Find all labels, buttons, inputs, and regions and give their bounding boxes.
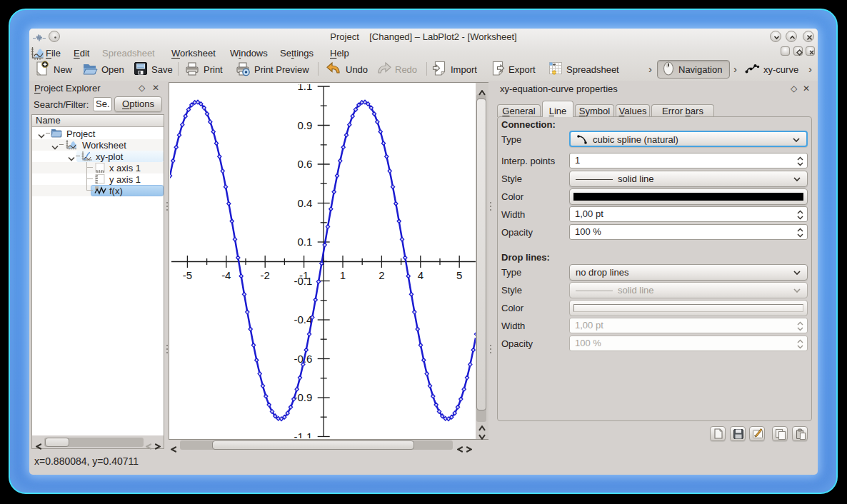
svg-text:0.1: 0.1 [298,236,313,248]
svg-text:5: 5 [456,269,462,281]
svg-text:0.6: 0.6 [298,158,313,170]
svg-text:0.4: 0.4 [298,197,313,209]
svg-text:1: 1 [340,269,346,281]
svg-text:-0.4: -0.4 [294,313,313,326]
svg-text:-5: -5 [183,269,192,281]
svg-text:-4: -4 [221,269,231,281]
svg-text:-1.1: -1.1 [294,430,313,438]
svg-text:2: 2 [379,269,384,281]
svg-text:0.9: 0.9 [298,119,313,131]
svg-text:4: 4 [418,269,424,281]
svg-text:-2: -2 [261,269,270,281]
svg-text:1.1: 1.1 [298,84,313,92]
svg-text:-0.1: -0.1 [294,275,313,287]
svg-text:-0.9: -0.9 [294,391,313,403]
